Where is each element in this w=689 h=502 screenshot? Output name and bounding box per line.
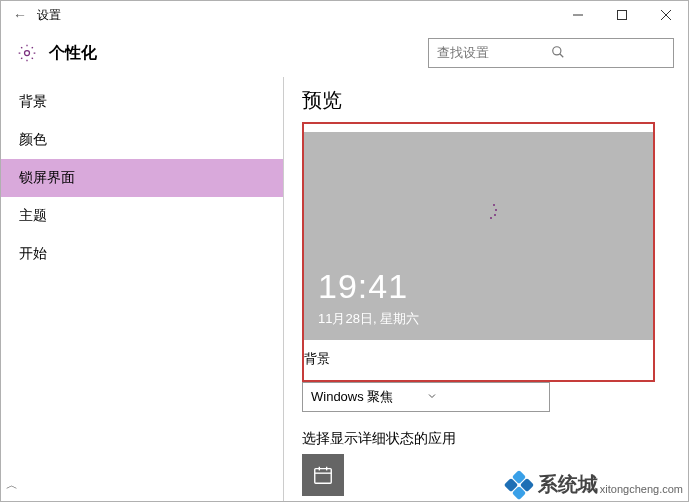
- loading-spinner-icon: [479, 202, 497, 220]
- titlebar: ← 设置: [1, 1, 688, 29]
- search-input[interactable]: 查找设置: [428, 38, 674, 68]
- preview-heading: 预览: [302, 87, 670, 114]
- calendar-app-tile[interactable]: [302, 454, 344, 496]
- svg-rect-7: [315, 469, 332, 484]
- preview-clock: 19:41: [318, 267, 408, 306]
- background-label: 背景: [304, 350, 653, 368]
- watermark-url: xitongcheng.com: [600, 483, 683, 495]
- scroll-up-indicator: ︿: [6, 477, 18, 494]
- sidebar-item-lockscreen[interactable]: 锁屏界面: [1, 159, 283, 197]
- minimize-button[interactable]: [556, 1, 600, 29]
- dropdown-value: Windows 聚焦: [311, 388, 426, 406]
- svg-rect-1: [618, 11, 627, 20]
- gear-icon: [15, 41, 39, 65]
- search-icon: [551, 45, 665, 62]
- svg-point-5: [553, 46, 561, 54]
- sidebar-item-colors[interactable]: 颜色: [1, 121, 283, 159]
- sidebar-item-label: 颜色: [19, 131, 47, 149]
- detail-app-label: 选择显示详细状态的应用: [302, 430, 670, 448]
- watermark-brand: 系统城: [538, 471, 598, 498]
- sidebar-item-label: 背景: [19, 93, 47, 111]
- settings-window: ← 设置 个性化 查找设置 背景 颜色 锁: [0, 0, 689, 502]
- background-dropdown[interactable]: Windows 聚焦: [302, 382, 550, 412]
- sidebar-item-label: 锁屏界面: [19, 169, 75, 187]
- header: 个性化 查找设置: [1, 29, 688, 77]
- svg-line-6: [560, 53, 564, 57]
- page-title: 个性化: [49, 43, 97, 64]
- sidebar-item-themes[interactable]: 主题: [1, 197, 283, 235]
- lockscreen-preview: 19:41 11月28日, 星期六: [304, 132, 653, 340]
- calendar-icon: [312, 464, 334, 486]
- sidebar-item-background[interactable]: 背景: [1, 83, 283, 121]
- body: 背景 颜色 锁屏界面 主题 开始 ︿ 预览 19:41 11月28日,: [1, 77, 688, 501]
- watermark: 系统城 xitongcheng.com: [506, 471, 683, 498]
- sidebar: 背景 颜色 锁屏界面 主题 开始 ︿: [1, 77, 283, 501]
- chevron-down-icon: [426, 390, 541, 405]
- maximize-button[interactable]: [600, 1, 644, 29]
- close-button[interactable]: [644, 1, 688, 29]
- watermark-logo-icon: [506, 472, 532, 498]
- preview-highlight-frame: 19:41 11月28日, 星期六 背景: [302, 122, 655, 382]
- sidebar-item-start[interactable]: 开始: [1, 235, 283, 273]
- content-area: 预览 19:41 11月28日, 星期六 背景 Windows 聚焦: [284, 77, 688, 501]
- window-title: 设置: [37, 7, 61, 24]
- sidebar-item-label: 开始: [19, 245, 47, 263]
- sidebar-item-label: 主题: [19, 207, 47, 225]
- back-button[interactable]: ←: [9, 7, 31, 23]
- preview-date: 11月28日, 星期六: [318, 310, 419, 328]
- search-placeholder: 查找设置: [437, 44, 551, 62]
- svg-point-4: [25, 51, 30, 56]
